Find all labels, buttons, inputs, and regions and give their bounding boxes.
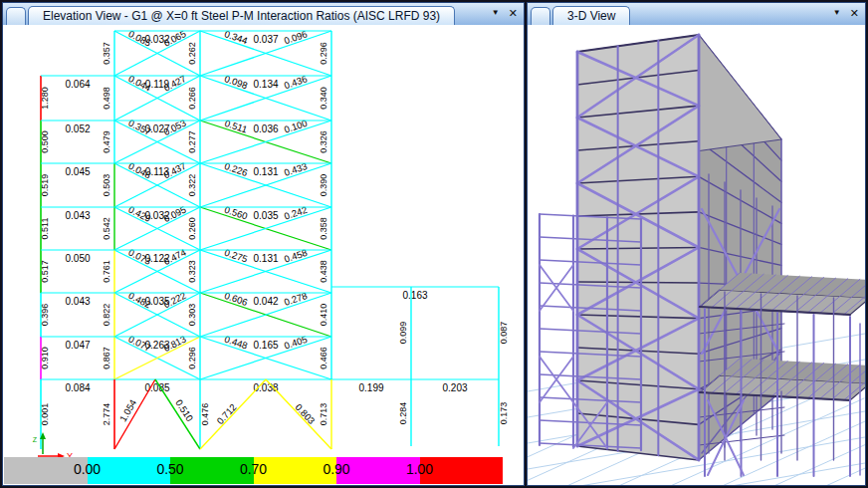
elevation-title-tab[interactable]: Elevation View - G1 @ X=0 ft Steel P-M I… (28, 6, 455, 25)
member-value-label: 0.203 (442, 382, 467, 393)
member-value-label: 0.517 (40, 260, 50, 283)
member-value-label: 0.035 (253, 210, 278, 221)
member-value-label: 0.266 (187, 87, 197, 110)
view3d-title-tab[interactable]: 3-D View (552, 6, 630, 25)
member-value-label: 0.410 (319, 304, 328, 327)
member-value-label: 0.357 (102, 42, 111, 65)
window-menu-button[interactable]: ▼ (492, 5, 500, 21)
member-value-label: 0.322 (187, 174, 197, 197)
member-value-label: 0.260 (187, 217, 197, 240)
window-tab-stub (6, 7, 26, 25)
member-value-label: 1.280 (40, 87, 50, 110)
member-value-label: 0.131 (253, 253, 278, 264)
window-close-button[interactable]: ✕ (850, 5, 859, 21)
member-value-label: 0.498 (102, 87, 111, 110)
member-value-label: 0.263 (144, 340, 169, 351)
member-value-label: 0.284 (398, 402, 408, 425)
member-value-label: 0.122 (144, 253, 169, 264)
member-value-label: 0.042 (253, 296, 278, 307)
view3d-canvas[interactable] (528, 25, 865, 485)
member-value-label: 0.396 (40, 304, 50, 327)
axis-z-label: Z (33, 436, 38, 443)
member-value-label: 0.358 (319, 217, 328, 240)
member-value-label: 0.712 (214, 401, 238, 426)
member-value-label: 0.466 (319, 347, 328, 369)
elevation-view-window: Elevation View - G1 @ X=0 ft Steel P-M I… (2, 2, 525, 486)
member-value-label: 0.035 (144, 296, 169, 307)
member-value-label: 0.500 (40, 130, 50, 153)
member-value-label: 0.438 (319, 260, 328, 283)
member-value-label: 0.052 (65, 123, 90, 134)
member-value-label: 0.084 (65, 382, 90, 393)
view3d-titlebar[interactable]: 3-D View ▼ ✕ (528, 3, 865, 26)
member-value-label: 0.001 (40, 403, 50, 426)
member-value-label: 0.043 (65, 210, 90, 221)
member-value-label: 0.303 (187, 304, 197, 327)
member-value-label: 0.296 (319, 42, 328, 65)
member-value-label: 1.054 (117, 397, 138, 423)
member-value-label: 0.199 (358, 382, 383, 393)
member-value-label: 0.045 (65, 166, 90, 177)
elevation-title: Elevation View - G1 @ X=0 ft Steel P-M I… (43, 9, 440, 23)
member-value-label: 0.032 (144, 210, 169, 221)
member-value-label: 0.390 (319, 174, 328, 197)
member-value-label: 0.173 (499, 402, 509, 425)
member-value-label: 0.113 (145, 166, 170, 177)
member-value-label: 0.163 (402, 290, 427, 301)
elevation-drawing: 0.0850.0650.3440.0960.3570.2620.2960.032… (3, 25, 524, 463)
member-value-label: 0.037 (253, 34, 278, 45)
member-value-label: 0.119 (145, 79, 170, 90)
member-value-label: 0.165 (253, 340, 278, 351)
member-value-label: 0.910 (40, 347, 50, 369)
ratio-color-legend: 0.000.500.700.901.00 (4, 457, 503, 484)
app-screen: Elevation View - G1 @ X=0 ft Steel P-M I… (0, 0, 868, 488)
member-value-label: 0.027 (144, 123, 169, 134)
member-value-label: 0.296 (187, 347, 197, 369)
view3d-drawing (528, 25, 865, 485)
member-value-label: 0.511 (40, 218, 50, 240)
member-value-label: 0.326 (319, 130, 328, 153)
legend-threshold-label: 0.90 (323, 461, 349, 477)
view3d-title: 3-D View (567, 9, 615, 23)
member-value-label: 0.803 (293, 401, 317, 426)
member-value-label: 0.043 (65, 296, 90, 307)
elevation-titlebar[interactable]: Elevation View - G1 @ X=0 ft Steel P-M I… (3, 3, 524, 26)
member-value-label: 0.822 (102, 304, 111, 327)
member-value-label: 0.476 (200, 403, 210, 426)
member-value-label: 0.047 (65, 340, 90, 351)
member-value-label: 0.510 (173, 397, 195, 423)
member-value-label: 0.761 (102, 260, 111, 283)
legend-threshold-label: 0.00 (74, 461, 101, 477)
view3d-window: 3-D View ▼ ✕ (527, 2, 866, 486)
legend-threshold-label: 1.00 (406, 461, 433, 477)
window-close-button[interactable]: ✕ (509, 5, 518, 21)
member-value-label: 0.713 (319, 403, 328, 426)
window-tab-stub (531, 7, 550, 25)
member-value-label: 2.774 (102, 403, 111, 426)
member-value-label: 0.519 (40, 174, 50, 197)
member-value-label: 0.032 (144, 34, 169, 45)
member-value-label: 0.131 (253, 166, 278, 177)
legend-threshold-label: 0.50 (156, 461, 183, 477)
member-value-label: 0.340 (319, 87, 328, 110)
elevation-canvas[interactable]: 0.0850.0650.3440.0960.3570.2620.2960.032… (3, 25, 524, 485)
member-value-label: 0.867 (102, 347, 111, 369)
member-value-label: 0.503 (102, 174, 111, 197)
member-value-label: 0.542 (102, 217, 111, 240)
member-value-label: 0.087 (499, 322, 509, 345)
window-menu-button[interactable]: ▼ (833, 5, 841, 21)
member-value-label: 0.099 (398, 322, 408, 345)
member-value-label: 0.036 (253, 123, 278, 134)
member-value-label: 0.050 (65, 253, 90, 264)
member-value-label: 0.277 (187, 130, 197, 153)
member-value-label: 0.323 (187, 260, 197, 283)
legend-threshold-label: 0.70 (240, 461, 267, 477)
member-value-label: 0.134 (253, 79, 278, 90)
member-value-label: 0.479 (102, 130, 111, 153)
member-value-label: 0.262 (187, 42, 197, 65)
member-value-label: 0.064 (65, 79, 90, 90)
